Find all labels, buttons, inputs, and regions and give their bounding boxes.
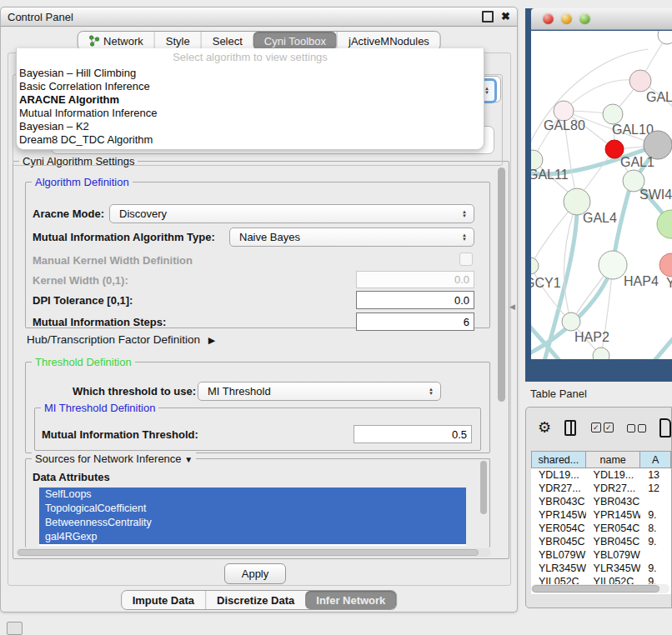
collapsed-panel-icon[interactable]: [7, 622, 23, 635]
column-header-a[interactable]: A: [640, 451, 671, 468]
scrollbar-thumb[interactable]: [532, 585, 659, 592]
attribute-item-topologicalcoefficient[interactable]: TopologicalCoefficient: [39, 502, 466, 516]
kernel-width-field[interactable]: [356, 271, 474, 288]
network-canvas[interactable]: GALGAL80GAL10GAL1GAL11SWI4GAL4GCY1HAP4YH…: [531, 31, 672, 359]
table-row[interactable]: YBR045CYBR045C9.: [531, 535, 671, 548]
tab-network[interactable]: Network: [78, 32, 154, 50]
attributes-scrollbar-thumb[interactable]: [480, 461, 487, 514]
tab-jactivemnodules[interactable]: jActiveMNodules: [337, 32, 440, 50]
network-node-gal10[interactable]: [603, 104, 623, 124]
table-cell[interactable]: YER054C: [586, 522, 641, 535]
bottom-tab-infer-network[interactable]: Infer Network: [305, 591, 396, 609]
table-cell[interactable]: YBL079W: [531, 548, 586, 562]
manual-kernel-checkbox[interactable]: [459, 252, 473, 266]
attribute-item-gal4rgexp[interactable]: gal4RGexp: [39, 530, 466, 544]
table-cell[interactable]: YDL19...: [586, 468, 641, 482]
network-node-y[interactable]: [659, 253, 672, 277]
sources-title[interactable]: Sources for Network Inference ▼: [32, 452, 196, 465]
network-graph[interactable]: GALGAL80GAL10GAL1GAL11SWI4GAL4GCY1HAP4YH…: [531, 31, 672, 359]
network-node[interactable]: [658, 31, 672, 44]
table-cell[interactable]: YBR045C: [586, 535, 641, 548]
close-traffic-light[interactable]: [543, 13, 554, 24]
dropdown-item-dream8-dc-tdc-algorithm[interactable]: Dream8 DC_TDC Algorithm: [17, 133, 484, 147]
mi-type-combobox[interactable]: Naive Bayes ▲▼: [229, 228, 474, 247]
dropdown-item-bayesian-hill-climbing[interactable]: Bayesian – Hill Climbing: [17, 67, 484, 80]
table-cell[interactable]: YDL19...: [531, 468, 586, 482]
network-edge[interactable]: [653, 324, 672, 359]
table-cell[interactable]: YLR345W: [586, 562, 641, 575]
table-row[interactable]: YBL079WYBL079W: [531, 548, 671, 562]
select-all-icon[interactable]: ✓ ✓: [591, 422, 614, 432]
document-icon[interactable]: [659, 418, 671, 438]
table-row[interactable]: YDL19...YDL19...13: [531, 468, 671, 482]
table-cell[interactable]: YPR145W: [586, 508, 641, 522]
apply-button[interactable]: Apply: [224, 563, 286, 584]
deselect-all-icon[interactable]: [627, 422, 646, 432]
collapse-down-icon[interactable]: ▼: [184, 455, 193, 464]
table-cell[interactable]: 9.: [640, 535, 671, 548]
tab-cyni-toolbox[interactable]: Cyni Toolbox: [253, 32, 337, 50]
table-cell[interactable]: YBR043C: [531, 495, 586, 508]
attribute-item-selfloops[interactable]: SelfLoops: [39, 488, 466, 502]
table-row[interactable]: YLR345WYLR345W9.: [531, 562, 671, 575]
hub-section-label[interactable]: Hub/Transcription Factor Definition ▶: [27, 333, 215, 346]
dpi-tolerance-field[interactable]: [356, 291, 474, 309]
dropdown-item-bayesian-k2[interactable]: Bayesian – K2: [17, 120, 484, 133]
settings-vertical-scrollbar[interactable]: [497, 166, 506, 543]
tab-style[interactable]: Style: [154, 32, 201, 50]
scrollbar-thumb[interactable]: [18, 549, 479, 556]
table-cell[interactable]: YPR145W: [531, 508, 586, 522]
table-cell[interactable]: 8.: [640, 522, 671, 535]
which-threshold-value: MI Threshold: [208, 385, 271, 398]
column-header-shared[interactable]: shared...: [531, 451, 586, 468]
dropdown-item-mutual-information-inference[interactable]: Mutual Information Inference: [17, 107, 484, 120]
settings-horizontal-scrollbar[interactable]: [16, 548, 491, 557]
table-row[interactable]: YDR27...YDR27...12: [531, 482, 671, 495]
bottom-tab-discretize-data[interactable]: Discretize Data: [205, 591, 305, 609]
table-row[interactable]: YER054CYER054C8.: [531, 522, 671, 535]
gear-icon[interactable]: ⚙: [538, 419, 551, 436]
network-node-gal[interactable]: [629, 70, 651, 92]
float-window-icon[interactable]: [482, 11, 494, 22]
minimize-traffic-light[interactable]: [561, 13, 572, 24]
table-cell[interactable]: YBR045C: [531, 535, 586, 548]
dropdown-item-basic-correlation-inference[interactable]: Basic Correlation Inference: [17, 80, 484, 93]
dropdown-item-aracne-algorithm[interactable]: ARACNE Algorithm: [17, 93, 484, 107]
mi-steps-field[interactable]: [356, 312, 474, 331]
table-cell[interactable]: YBR043C: [586, 495, 641, 508]
bottom-tab-impute-data[interactable]: Impute Data: [122, 591, 205, 609]
network-node-gcy1[interactable]: [531, 258, 539, 274]
table-cell[interactable]: 12: [640, 482, 671, 495]
aracne-mode-combobox[interactable]: Discovery ▲▼: [109, 204, 474, 223]
table-cell[interactable]: YBL079W: [586, 548, 641, 562]
table-cell[interactable]: 13: [640, 468, 671, 482]
tab-select[interactable]: Select: [201, 32, 253, 50]
network-edge[interactable]: [531, 49, 648, 156]
dpi-tolerance-label: DPI Tolerance [0,1]:: [33, 294, 133, 307]
network-node-hap2[interactable]: [562, 312, 580, 331]
table-row[interactable]: YPR145WYPR145W9.: [531, 508, 671, 522]
network-node[interactable]: [657, 210, 672, 238]
zoom-traffic-light[interactable]: [579, 13, 590, 24]
split-pane-collapse-icon[interactable]: ◀: [509, 302, 515, 311]
table-cell[interactable]: [640, 495, 671, 508]
table-cell[interactable]: YDR27...: [531, 482, 586, 495]
table-cell[interactable]: [640, 548, 671, 562]
table-row[interactable]: YBR043CYBR043C: [531, 495, 671, 508]
table-cell[interactable]: YER054C: [531, 522, 586, 535]
table-horizontal-scrollbar[interactable]: [531, 584, 669, 593]
table-cell[interactable]: YDR27...: [586, 482, 641, 495]
table-cell[interactable]: YLR345W: [531, 562, 586, 575]
table-cell[interactable]: 9.: [640, 508, 671, 522]
close-icon[interactable]: ✖: [501, 12, 510, 21]
network-node-hap4[interactable]: [599, 251, 627, 279]
scrollbar-thumb[interactable]: [498, 168, 505, 402]
table-cell[interactable]: 9.: [640, 562, 671, 575]
attribute-item-betweennesscentrality[interactable]: BetweennessCentrality: [39, 516, 466, 530]
expand-right-icon[interactable]: ▶: [208, 335, 215, 345]
mi-threshold-field[interactable]: [354, 425, 472, 443]
columns-icon[interactable]: [564, 420, 576, 436]
table-header-row: shared...nameA: [531, 451, 671, 468]
which-threshold-combobox[interactable]: MI Threshold ▲▼: [198, 382, 441, 401]
column-header-name[interactable]: name: [586, 451, 641, 468]
